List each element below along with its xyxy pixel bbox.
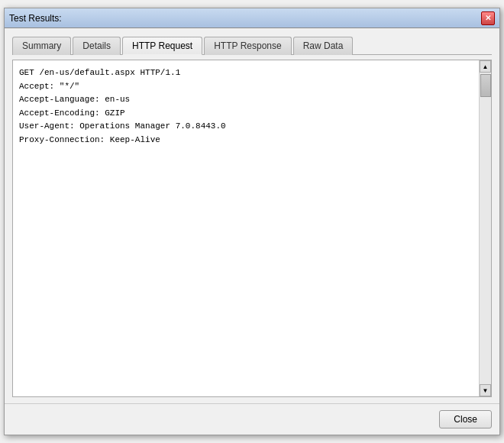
tab-http-request[interactable]: HTTP Request: [122, 37, 202, 55]
window-close-icon: ✕: [485, 14, 491, 22]
close-button[interactable]: Close: [439, 410, 492, 428]
title-bar-controls: ✕: [481, 11, 495, 25]
content-area: Summary Details HTTP Request HTTP Respon…: [5, 28, 499, 403]
scrollbar-track[interactable]: [480, 73, 491, 384]
scroll-up-arrow[interactable]: ▲: [480, 60, 491, 73]
scrollbar-thumb[interactable]: [480, 74, 491, 97]
window-close-button[interactable]: ✕: [481, 11, 495, 25]
vertical-scrollbar[interactable]: ▲ ▼: [479, 60, 491, 396]
tab-raw-data[interactable]: Raw Data: [293, 37, 354, 55]
title-bar: Test Results: ✕: [5, 8, 499, 28]
scroll-down-arrow[interactable]: ▼: [480, 384, 491, 396]
http-request-content: GET /en-us/default.aspx HTTP/1.1 Accept:…: [13, 60, 491, 396]
dialog-title: Test Results:: [9, 13, 62, 24]
test-results-dialog: Test Results: ✕ Summary Details HTTP Req…: [4, 8, 500, 435]
tab-details[interactable]: Details: [73, 37, 121, 55]
tab-http-response[interactable]: HTTP Response: [204, 37, 291, 55]
http-request-panel: GET /en-us/default.aspx HTTP/1.1 Accept:…: [12, 60, 492, 397]
bottom-bar: Close: [5, 403, 499, 435]
tabs-container: Summary Details HTTP Request HTTP Respon…: [12, 34, 492, 55]
tab-summary[interactable]: Summary: [12, 37, 71, 55]
